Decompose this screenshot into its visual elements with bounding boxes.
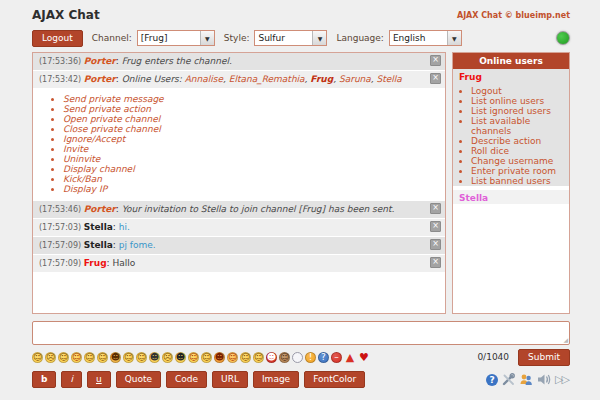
message-username[interactable]: Frug bbox=[84, 258, 107, 268]
style-select-value: Sulfur bbox=[255, 33, 312, 43]
message-text: Your invitation to Stella to join channe… bbox=[122, 204, 395, 214]
user-link[interactable]: Frug bbox=[310, 74, 333, 84]
online-user-name[interactable]: Stella bbox=[453, 190, 569, 204]
user-action-link[interactable]: Ignore/Accept bbox=[63, 134, 445, 144]
code-button[interactable]: Code bbox=[166, 371, 207, 388]
mad-icon[interactable]: ☻ bbox=[214, 352, 225, 363]
font-color-button[interactable]: FontColor bbox=[304, 371, 365, 388]
delete-message-button[interactable]: × bbox=[430, 55, 441, 66]
idea-bulb-icon[interactable] bbox=[292, 352, 303, 363]
chevron-down-icon[interactable]: ▼ bbox=[200, 31, 214, 45]
wink-icon[interactable]: ☺ bbox=[97, 352, 108, 363]
smile-icon[interactable]: ☺ bbox=[32, 352, 43, 363]
devil-icon[interactable]: ☻ bbox=[266, 352, 277, 363]
message-username[interactable]: Stella bbox=[84, 222, 113, 232]
italic-button[interactable]: i bbox=[61, 371, 82, 388]
delete-message-button[interactable]: × bbox=[430, 239, 441, 250]
tools-icon[interactable] bbox=[502, 373, 515, 386]
quote-button[interactable]: Quote bbox=[116, 371, 161, 388]
user-action-link[interactable]: Kick/Ban bbox=[63, 174, 445, 184]
user-link[interactable]: Eltana_Remathia bbox=[229, 74, 305, 84]
warning-icon[interactable]: ▲ bbox=[344, 352, 356, 363]
user-link[interactable]: Stella bbox=[377, 74, 402, 84]
user-action-link[interactable]: Open private channel bbox=[63, 114, 445, 124]
happy-icon[interactable]: ☺ bbox=[253, 352, 264, 363]
channel-select[interactable]: [Frug] ▼ bbox=[137, 30, 215, 46]
style-label: Style: bbox=[224, 33, 250, 43]
footer-icons: ? bbox=[486, 373, 570, 386]
user-link[interactable]: Annalise bbox=[185, 74, 223, 84]
eek-icon[interactable]: ☺ bbox=[136, 352, 147, 363]
user-action-link[interactable]: Display channel bbox=[63, 164, 445, 174]
lol-icon[interactable]: ☺ bbox=[201, 352, 212, 363]
online-user-entry: Stella bbox=[453, 190, 569, 204]
message-timestamp: (17:57:09) bbox=[39, 241, 84, 250]
chevron-down-icon[interactable]: ▼ bbox=[312, 31, 326, 45]
blush-icon[interactable]: ☺ bbox=[227, 352, 238, 363]
forbidden-icon[interactable]: – bbox=[331, 352, 342, 363]
user-action-link[interactable]: Send private message bbox=[63, 94, 445, 104]
grin-icon[interactable]: ☺ bbox=[71, 352, 82, 363]
neutral-icon[interactable]: ☺ bbox=[58, 352, 69, 363]
sidebar-action-link[interactable]: List banned users bbox=[471, 176, 569, 186]
dizzy-icon[interactable]: ☹ bbox=[162, 352, 173, 363]
sidebar-action-link[interactable]: List ignored users bbox=[471, 106, 569, 116]
user-action-link[interactable]: Invite bbox=[63, 144, 445, 154]
sidebar-action-menu: LogoutList online usersList ignored user… bbox=[457, 86, 569, 186]
url-button[interactable]: URL bbox=[212, 371, 248, 388]
user-action-link[interactable]: Close private channel bbox=[63, 124, 445, 134]
toolbar: Logout Channel: [Frug] ▼ Style: Sulfur ▼… bbox=[32, 29, 570, 47]
help-icon[interactable]: ? bbox=[486, 374, 498, 386]
message-username[interactable]: Porter bbox=[84, 56, 116, 66]
sweat-icon[interactable]: ☺ bbox=[240, 352, 251, 363]
language-select[interactable]: English ▼ bbox=[389, 30, 462, 46]
submit-button[interactable]: Submit bbox=[518, 349, 570, 366]
user-action-link[interactable]: Send private action bbox=[63, 104, 445, 114]
glasses-icon[interactable]: ☻ bbox=[149, 352, 160, 363]
sidebar-action-link[interactable]: Logout bbox=[471, 86, 569, 96]
message-username[interactable]: Stella bbox=[84, 240, 113, 250]
resize-handle-icon[interactable]: ◢ bbox=[563, 336, 568, 343]
message-input[interactable] bbox=[32, 321, 570, 345]
user-action-link[interactable]: Uninvite bbox=[63, 154, 445, 164]
logout-button[interactable]: Logout bbox=[32, 30, 83, 47]
message-timestamp: (17:53:36) bbox=[39, 57, 84, 66]
online-user-entry: FrugLogoutList online usersList ignored … bbox=[453, 69, 569, 186]
chat-message-line: (17:57:03) Stella: hi.× bbox=[33, 219, 445, 236]
laugh-icon[interactable]: ☺ bbox=[84, 352, 95, 363]
question-icon[interactable]: ? bbox=[318, 352, 329, 363]
chevron-down-icon[interactable]: ▼ bbox=[447, 31, 461, 45]
image-button[interactable]: Image bbox=[253, 371, 299, 388]
bold-button[interactable]: b bbox=[32, 371, 56, 388]
online-users-icon[interactable] bbox=[519, 373, 533, 386]
header: AJAX Chat AJAX Chat © blueimp.net bbox=[32, 8, 570, 22]
sidebar-action-link[interactable]: Enter private room bbox=[471, 166, 569, 176]
sidebar-action-link[interactable]: List available channels bbox=[471, 116, 569, 136]
user-link[interactable]: Saruna bbox=[339, 74, 371, 84]
biggrin-icon[interactable]: ☺ bbox=[123, 352, 134, 363]
heart-icon[interactable]: ♥ bbox=[358, 352, 370, 363]
delete-message-button[interactable]: × bbox=[430, 221, 441, 232]
sidebar-action-link[interactable]: Describe action bbox=[471, 136, 569, 146]
exclaim-icon[interactable]: ! bbox=[305, 352, 316, 363]
delete-message-button[interactable]: × bbox=[430, 257, 441, 268]
message-username[interactable]: Porter bbox=[84, 74, 116, 84]
underline-button[interactable]: u bbox=[87, 371, 111, 388]
delete-message-button[interactable]: × bbox=[430, 203, 441, 214]
monkey-icon[interactable]: ☺ bbox=[279, 352, 290, 363]
delete-message-button[interactable]: × bbox=[430, 73, 441, 84]
user-action-link[interactable]: Display IP bbox=[63, 184, 445, 194]
sidebar-action-link[interactable]: Roll dice bbox=[471, 146, 569, 156]
style-select[interactable]: Sulfur ▼ bbox=[254, 30, 327, 46]
tongue-icon[interactable]: ☺ bbox=[188, 352, 199, 363]
sound-icon[interactable] bbox=[537, 373, 551, 386]
message-username[interactable]: Porter bbox=[84, 204, 116, 214]
sidebar-action-link[interactable]: Change username bbox=[471, 156, 569, 166]
sad-icon[interactable]: ☹ bbox=[45, 352, 56, 363]
online-user-name[interactable]: Frug bbox=[453, 69, 569, 83]
copyright-link[interactable]: AJAX Chat © blueimp.net bbox=[457, 8, 570, 20]
sidebar-action-link[interactable]: List online users bbox=[471, 96, 569, 106]
autoscroll-icon[interactable]: ▷▷ bbox=[555, 373, 570, 386]
angry-icon[interactable]: ☻ bbox=[110, 352, 121, 363]
cool-icon[interactable]: ☻ bbox=[175, 352, 186, 363]
